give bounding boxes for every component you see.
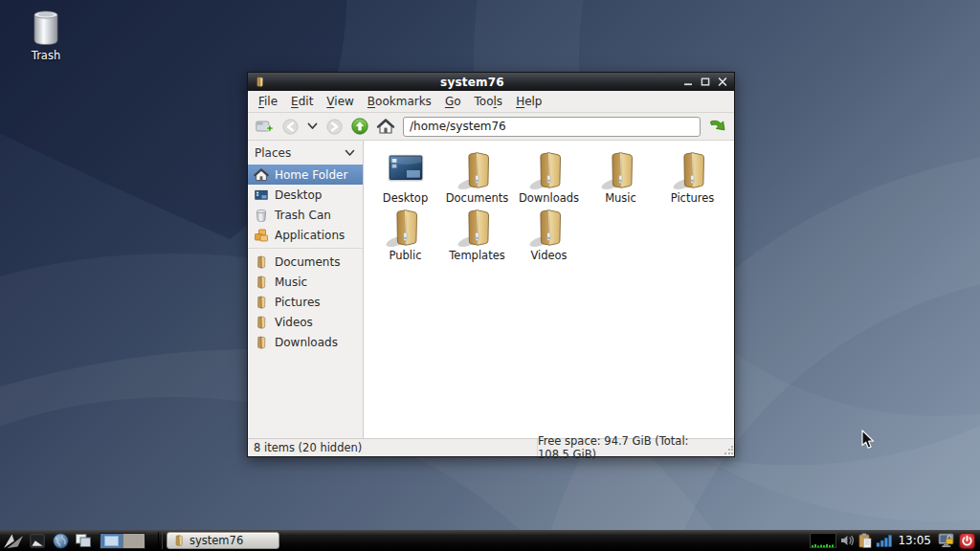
sidebar: Places Home FolderDesktopTrash CanApplic… xyxy=(248,141,364,438)
sidebar-item-applications[interactable]: Applications xyxy=(248,225,363,245)
window-title: system76 xyxy=(266,76,679,89)
file-item-label: Videos xyxy=(530,249,567,262)
sidebar-item-home-folder[interactable]: Home Folder xyxy=(248,165,363,185)
sidebar-item-label: Desktop xyxy=(275,188,323,202)
folder-icon xyxy=(254,335,269,350)
desktop-icon xyxy=(254,187,269,203)
file-item-desktop[interactable]: Desktop xyxy=(369,147,441,205)
trash-icon xyxy=(254,208,269,223)
file-item-label: Downloads xyxy=(519,191,579,205)
maximize-button[interactable] xyxy=(697,75,713,89)
history-chevron-button[interactable] xyxy=(304,116,320,138)
sidebar-item-videos[interactable]: Videos xyxy=(248,312,363,332)
resize-grip[interactable] xyxy=(724,446,733,455)
close-button[interactable] xyxy=(714,75,730,89)
file-manager-icon[interactable] xyxy=(72,531,95,550)
sidebar-item-label: Applications xyxy=(275,229,345,242)
task-button-system76[interactable]: system76 xyxy=(167,532,279,549)
menu-file[interactable]: File xyxy=(252,92,284,111)
folder-icon xyxy=(254,275,269,290)
sidebar-list: Home FolderDesktopTrash CanApplicationsD… xyxy=(248,165,363,352)
lock-screen-icon[interactable] xyxy=(938,533,955,548)
menu-bookmarks[interactable]: Bookmarks xyxy=(361,92,438,111)
go-button[interactable] xyxy=(706,116,729,138)
file-item-label: Templates xyxy=(449,249,504,262)
folder-icon xyxy=(384,205,428,249)
menu-edit[interactable]: Edit xyxy=(284,92,320,111)
workspace-1[interactable] xyxy=(100,534,122,548)
file-item-label: Pictures xyxy=(671,191,715,205)
sidebar-separator xyxy=(248,248,363,249)
folder-icon xyxy=(671,147,715,191)
applications-icon xyxy=(254,228,269,243)
back-button[interactable] xyxy=(278,116,301,138)
folder-icon xyxy=(527,205,571,249)
desktop-trash-icon[interactable]: Trash xyxy=(15,8,77,62)
minimize-button[interactable] xyxy=(679,75,696,89)
menu-go[interactable]: Go xyxy=(438,92,468,111)
sidebar-item-desktop[interactable]: Desktop xyxy=(248,185,363,205)
places-label: Places xyxy=(255,146,291,160)
file-view[interactable]: DesktopDocumentsDownloadsMusicPicturesPu… xyxy=(364,141,734,438)
new-tab-button[interactable] xyxy=(253,116,276,138)
sidebar-item-documents[interactable]: Documents xyxy=(248,252,363,272)
sidebar-item-trash-can[interactable]: Trash Can xyxy=(248,205,363,225)
volume-icon[interactable] xyxy=(840,534,855,547)
file-item-pictures[interactable]: Pictures xyxy=(657,147,728,205)
path-input[interactable] xyxy=(403,117,701,137)
file-item-templates[interactable]: Templates xyxy=(441,205,513,262)
home-button[interactable] xyxy=(374,116,397,138)
taskbar: system76 xyxy=(0,530,980,551)
folder-icon xyxy=(172,534,186,547)
status-free-space: Free space: 94.7 GiB (Total: 108.5 GiB) xyxy=(537,439,734,456)
file-item-videos[interactable]: Videos xyxy=(513,205,585,262)
workspace-switcher[interactable] xyxy=(100,533,145,549)
sidebar-item-label: Music xyxy=(275,276,307,289)
trash-label: Trash xyxy=(15,49,77,62)
sidebar-item-pictures[interactable]: Pictures xyxy=(248,292,363,312)
sidebar-item-label: Videos xyxy=(275,316,313,329)
up-button[interactable] xyxy=(348,116,371,138)
folder-icon xyxy=(254,295,269,310)
menu-help[interactable]: Help xyxy=(509,92,548,111)
sidebar-item-label: Home Folder xyxy=(275,168,347,182)
web-browser-icon[interactable] xyxy=(49,531,72,550)
home-icon xyxy=(254,167,269,183)
places-header[interactable]: Places xyxy=(248,143,363,165)
window-folder-icon xyxy=(254,76,266,88)
file-item-label: Music xyxy=(605,191,636,205)
file-item-music[interactable]: Music xyxy=(585,147,657,205)
cpu-monitor-icon[interactable] xyxy=(810,533,836,548)
file-item-downloads[interactable]: Downloads xyxy=(513,147,585,205)
menu-view[interactable]: View xyxy=(320,92,360,111)
folder-icon xyxy=(527,147,571,191)
sidebar-item-music[interactable]: Music xyxy=(248,272,363,292)
folder-icon xyxy=(456,205,500,249)
titlebar[interactable]: system76 xyxy=(248,73,734,91)
clock[interactable]: 13:05 xyxy=(898,534,931,547)
trash-can-icon xyxy=(15,8,77,48)
workspace-2[interactable] xyxy=(122,534,145,548)
workspace-window-thumb xyxy=(104,536,119,546)
chevron-down-icon xyxy=(345,149,355,157)
show-desktop-icon[interactable] xyxy=(26,531,49,550)
menubar: FileEditViewBookmarksGoToolsHelp xyxy=(248,91,734,113)
forward-button[interactable] xyxy=(323,116,345,138)
clipboard-icon[interactable] xyxy=(858,533,872,548)
lxde-menu-icon[interactable] xyxy=(3,531,26,550)
desktop-icon xyxy=(384,147,428,191)
sidebar-item-downloads[interactable]: Downloads xyxy=(248,332,363,352)
file-item-label: Documents xyxy=(446,191,509,205)
folder-icon xyxy=(456,147,500,191)
folder-icon xyxy=(254,254,269,270)
folder-icon xyxy=(599,147,643,191)
network-monitor-icon[interactable] xyxy=(876,534,893,547)
sidebar-item-label: Downloads xyxy=(275,336,338,349)
menu-tools[interactable]: Tools xyxy=(468,92,510,111)
file-manager-window: system76 FileEditViewBookmarksGoToolsHel… xyxy=(247,72,735,457)
file-item-documents[interactable]: Documents xyxy=(441,147,513,205)
power-button-icon[interactable] xyxy=(959,533,975,549)
file-item-label: Desktop xyxy=(383,191,428,205)
file-item-public[interactable]: Public xyxy=(369,205,441,262)
toolbar xyxy=(248,113,734,141)
